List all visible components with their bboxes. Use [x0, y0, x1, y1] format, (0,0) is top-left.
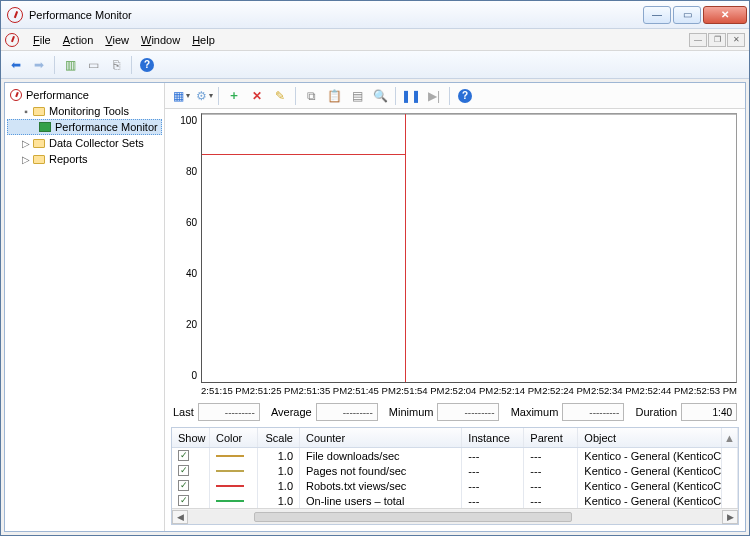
show-checkbox[interactable]: ✓ [178, 495, 189, 506]
col-scroll-up[interactable]: ▲ [722, 428, 738, 447]
back-button[interactable]: ⬅ [5, 54, 27, 76]
x-tick: 2:51:45 PM [347, 385, 396, 399]
y-tick: 100 [180, 115, 197, 126]
pane-icon: ▥ [62, 57, 78, 73]
right-pane: ▦▾ ⚙▾ ＋ ✕ ✎ ⧉ 📋 ▤ 🔍 ❚❚ ▶| ? 100 [165, 83, 745, 531]
mdi-minimize-button[interactable]: — [689, 33, 707, 47]
show-checkbox[interactable]: ✓ [178, 450, 189, 461]
remove-counter-button[interactable]: ✕ [246, 85, 268, 107]
counter-row[interactable]: ✓1.0Pages not found/sec------Kentico - G… [172, 463, 738, 478]
col-object[interactable]: Object [578, 428, 722, 447]
col-scale[interactable]: Scale [258, 428, 300, 447]
maximum-value: --------- [562, 403, 624, 421]
plot-canvas[interactable] [201, 113, 737, 383]
menu-app-icon [5, 33, 19, 47]
tree-reports[interactable]: ▷ Reports [7, 151, 162, 167]
folder-icon [33, 155, 45, 164]
pause-icon: ❚❚ [403, 88, 419, 104]
scale-cell: 1.0 [258, 493, 300, 508]
chart-help-button[interactable]: ? [454, 85, 476, 107]
forward-button[interactable]: ➡ [28, 54, 50, 76]
body-split: Performance ▪ Monitoring Tools Performan… [4, 82, 746, 532]
clipboard-icon: 📋 [326, 88, 342, 104]
properties-button[interactable]: ▤ [346, 85, 368, 107]
help-icon: ? [140, 58, 154, 72]
show-checkbox[interactable]: ✓ [178, 465, 189, 476]
horizontal-scrollbar[interactable]: ◀ ▶ [172, 508, 738, 524]
new-window-button[interactable]: ▭ [82, 54, 104, 76]
settings-button[interactable]: ⚙▾ [192, 85, 214, 107]
col-instance[interactable]: Instance [462, 428, 524, 447]
chart-toolbar: ▦▾ ⚙▾ ＋ ✕ ✎ ⧉ 📋 ▤ 🔍 ❚❚ ▶| ? [165, 83, 745, 109]
scroll-right-button[interactable]: ▶ [722, 510, 738, 524]
collapse-icon[interactable]: ▪ [21, 106, 31, 117]
view-type-button[interactable]: ▦▾ [169, 85, 191, 107]
properties-icon: ▤ [349, 88, 365, 104]
object-cell: Kentico - General (KenticoCMS60-... [578, 463, 722, 478]
scale-cell: 1.0 [258, 463, 300, 478]
scroll-left-button[interactable]: ◀ [172, 510, 188, 524]
help-button[interactable]: ? [136, 54, 158, 76]
last-value: --------- [198, 403, 260, 421]
paste-button[interactable]: 📋 [323, 85, 345, 107]
scroll-thumb[interactable] [254, 512, 572, 522]
maximize-button[interactable]: ▭ [673, 6, 701, 24]
average-value: --------- [316, 403, 378, 421]
export-button[interactable]: ⎘ [105, 54, 127, 76]
counter-row[interactable]: ✓1.0Robots.txt views/sec------Kentico - … [172, 478, 738, 493]
freeze-button[interactable]: ❚❚ [400, 85, 422, 107]
gear-icon: ⚙ [193, 88, 209, 104]
window-title: Performance Monitor [29, 9, 641, 21]
title-bar: Performance Monitor — ▭ ✕ [1, 1, 749, 29]
show-checkbox[interactable]: ✓ [178, 480, 189, 491]
show-hide-tree-button[interactable]: ▥ [59, 54, 81, 76]
menu-help[interactable]: Help [186, 30, 221, 50]
menu-view[interactable]: View [99, 30, 135, 50]
highlight-button[interactable]: ✎ [269, 85, 291, 107]
scroll-track[interactable] [188, 510, 722, 524]
parent-cell: --- [524, 448, 578, 463]
mdi-restore-button[interactable]: ❐ [708, 33, 726, 47]
zoom-button[interactable]: 🔍 [369, 85, 391, 107]
counter-name-cell: Robots.txt views/sec [300, 478, 462, 493]
add-counter-button[interactable]: ＋ [223, 85, 245, 107]
help-icon: ? [458, 89, 472, 103]
col-color[interactable]: Color [210, 428, 258, 447]
last-label: Last [173, 406, 194, 418]
counter-list: Show Color Scale Counter Instance Parent… [171, 427, 739, 525]
expand-icon[interactable]: ▷ [21, 138, 31, 149]
tree-data-collector-sets[interactable]: ▷ Data Collector Sets [7, 135, 162, 151]
x-tick: 2:51:54 PM [396, 385, 445, 399]
counter-body: ✓1.0File downloads/sec------Kentico - Ge… [172, 448, 738, 508]
close-button[interactable]: ✕ [703, 6, 747, 24]
x-tick: 2:52:14 PM [493, 385, 542, 399]
pencil-icon: ✎ [272, 88, 288, 104]
counter-row[interactable]: ✓1.0File downloads/sec------Kentico - Ge… [172, 448, 738, 463]
minimize-button[interactable]: — [643, 6, 671, 24]
expand-icon[interactable]: ▷ [21, 154, 31, 165]
object-cell: Kentico - General (KenticoCMS60-... [578, 478, 722, 493]
app-icon [7, 7, 23, 23]
instance-cell: --- [462, 493, 524, 508]
x-tick: 2:51:25 PM [250, 385, 299, 399]
tree-root-performance[interactable]: Performance [7, 87, 162, 103]
mdi-close-button[interactable]: ✕ [727, 33, 745, 47]
menu-action[interactable]: Action [57, 30, 100, 50]
copy-button[interactable]: ⧉ [300, 85, 322, 107]
minimum-value: --------- [437, 403, 499, 421]
update-button[interactable]: ▶| [423, 85, 445, 107]
tree-performance-monitor[interactable]: Performance Monitor [7, 119, 162, 135]
folder-icon [33, 107, 45, 116]
scale-cell: 1.0 [258, 478, 300, 493]
arrow-right-icon: ➡ [31, 57, 47, 73]
col-counter[interactable]: Counter [300, 428, 462, 447]
counter-row[interactable]: ✓1.0On-line users – total------Kentico -… [172, 493, 738, 508]
menu-file[interactable]: File [27, 30, 57, 50]
x-tick: 2:51:35 PM [298, 385, 347, 399]
step-icon: ▶| [426, 88, 442, 104]
col-show[interactable]: Show [172, 428, 210, 447]
col-parent[interactable]: Parent [524, 428, 578, 447]
nav-tree: Performance ▪ Monitoring Tools Performan… [5, 83, 165, 531]
tree-monitoring-tools[interactable]: ▪ Monitoring Tools [7, 103, 162, 119]
menu-window[interactable]: Window [135, 30, 186, 50]
